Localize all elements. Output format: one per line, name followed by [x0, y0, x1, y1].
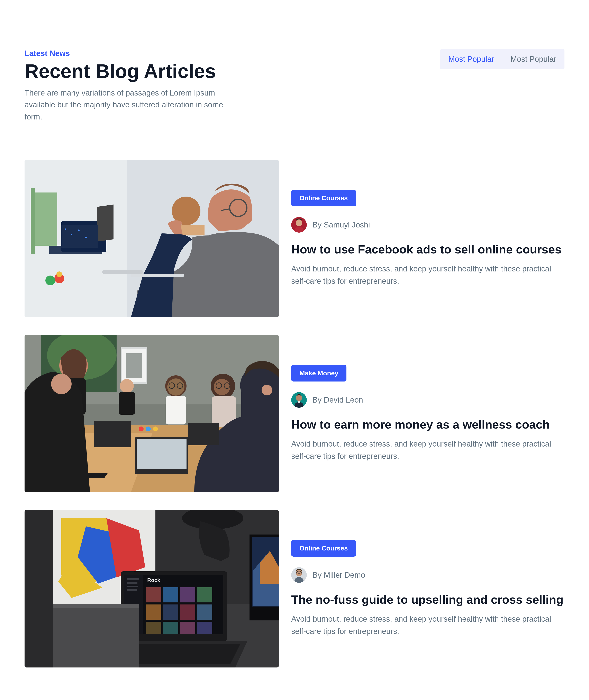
section-overline: Latest News: [25, 49, 225, 58]
svg-point-12: [65, 228, 66, 230]
svg-point-54: [139, 426, 144, 431]
svg-rect-31: [126, 353, 142, 378]
tab-most-popular-active[interactable]: Most Popular: [440, 49, 502, 69]
svg-rect-38: [166, 396, 186, 424]
svg-rect-91: [53, 604, 139, 668]
svg-rect-17: [131, 274, 184, 277]
section-header: Latest News Recent Blog Articles There a…: [25, 49, 565, 123]
post-excerpt: Avoid burnout, reduce stress, and keep y…: [291, 262, 565, 287]
svg-rect-16: [102, 270, 143, 274]
post-content: Online Courses By Miller Demo The no-fus…: [291, 540, 565, 638]
svg-point-52: [51, 374, 71, 394]
header-left: Latest News Recent Blog Articles There a…: [25, 49, 225, 123]
svg-rect-90: [197, 622, 212, 634]
svg-point-19: [56, 272, 62, 277]
svg-rect-89: [180, 622, 195, 634]
post-content: Online Courses By Samuyl Joshi How to us…: [291, 190, 565, 287]
svg-rect-53: [188, 423, 219, 445]
svg-rect-76: [127, 586, 138, 587]
author-avatar: [291, 567, 307, 583]
category-badge[interactable]: Online Courses: [291, 540, 356, 557]
post-thumbnail[interactable]: Rock: [25, 510, 279, 668]
svg-point-14: [78, 229, 79, 231]
author-avatar: [291, 217, 307, 232]
author-avatar: [291, 392, 307, 408]
svg-rect-79: [146, 587, 161, 602]
svg-rect-80: [163, 587, 178, 602]
svg-point-22: [296, 219, 302, 226]
svg-rect-4: [97, 205, 114, 241]
svg-rect-50: [137, 439, 187, 469]
svg-rect-92: [53, 604, 139, 608]
svg-rect-59: [298, 401, 300, 403]
blog-post: Online Courses By Samuyl Joshi How to us…: [25, 160, 565, 317]
post-content: Make Money By Devid Leon How to earn mor…: [291, 365, 565, 462]
author-name: By Devid Leon: [313, 396, 363, 404]
author-row: By Samuyl Joshi: [291, 217, 565, 232]
svg-point-37: [167, 378, 184, 396]
svg-rect-85: [180, 604, 195, 620]
svg-rect-82: [197, 587, 212, 602]
svg-point-13: [71, 233, 72, 235]
category-badge[interactable]: Online Courses: [291, 190, 356, 206]
svg-point-15: [85, 237, 87, 238]
svg-rect-75: [127, 582, 138, 583]
svg-rect-81: [180, 587, 195, 602]
filter-tabs: Most Popular Most Popular: [440, 49, 565, 69]
blog-post: Make Money By Devid Leon How to earn mor…: [25, 335, 565, 492]
svg-point-56: [153, 426, 158, 431]
post-excerpt: Avoid burnout, reduce stress, and keep y…: [291, 438, 565, 462]
svg-point-46: [261, 385, 272, 395]
tab-most-popular-inactive[interactable]: Most Popular: [502, 49, 565, 69]
svg-point-20: [45, 276, 55, 285]
section-subtitle: There are many variations of passages of…: [25, 87, 225, 123]
svg-rect-88: [163, 622, 178, 634]
svg-rect-84: [163, 604, 178, 620]
svg-point-55: [146, 426, 151, 431]
post-title[interactable]: How to use Facebook ads to sell online c…: [291, 242, 565, 257]
svg-rect-11: [61, 225, 98, 248]
author-row: By Devid Leon: [291, 392, 565, 408]
svg-rect-77: [127, 589, 137, 591]
svg-rect-86: [197, 604, 212, 620]
post-title[interactable]: The no-fuss guide to upselling and cross…: [291, 592, 565, 607]
svg-rect-83: [146, 604, 161, 620]
svg-rect-6: [31, 188, 35, 254]
post-excerpt: Avoid burnout, reduce stress, and keep y…: [291, 613, 565, 638]
svg-point-34: [120, 379, 134, 393]
svg-text:Rock: Rock: [147, 577, 160, 583]
author-name: By Samuyl Joshi: [313, 220, 370, 229]
svg-rect-5: [33, 192, 57, 246]
page-title: Recent Blog Articles: [25, 60, 225, 82]
blog-post: Rock Online Courses: [25, 510, 565, 668]
author-name: By Miller Demo: [313, 571, 365, 579]
svg-rect-87: [146, 622, 161, 634]
post-thumbnail[interactable]: [25, 160, 279, 317]
svg-rect-74: [127, 578, 139, 580]
svg-rect-47: [94, 421, 131, 448]
category-badge[interactable]: Make Money: [291, 365, 347, 381]
post-title[interactable]: How to earn more money as a wellness coa…: [291, 417, 565, 432]
svg-rect-61: [25, 510, 53, 668]
post-thumbnail[interactable]: [25, 335, 279, 492]
author-row: By Miller Demo: [291, 567, 565, 583]
svg-rect-35: [119, 392, 135, 415]
